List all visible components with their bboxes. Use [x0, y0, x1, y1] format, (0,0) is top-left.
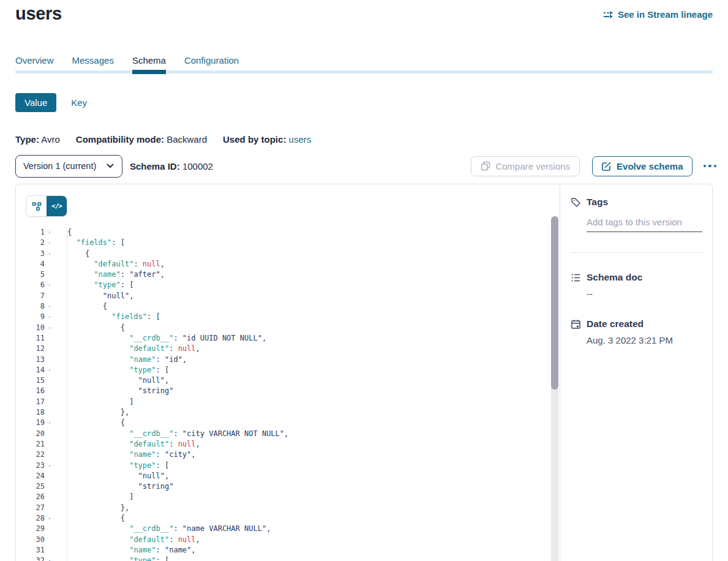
code-text: "default": null,: [54, 535, 546, 545]
line-number: 21: [16, 439, 45, 450]
line-number: 8: [16, 301, 45, 312]
schema-details-sidebar: Tags Add tags to this version Schema doc…: [560, 184, 712, 561]
fold-arrow-icon[interactable]: ▾: [45, 227, 54, 238]
schema-id-label: Schema ID:: [130, 161, 180, 171]
fold-arrow-icon[interactable]: ▾: [45, 312, 54, 322]
fold-spacer: [45, 355, 54, 365]
add-tags-input[interactable]: Add tags to this version: [587, 217, 702, 227]
line-number: 24: [16, 471, 45, 481]
code-text: "__crdb__": "name VARCHAR NULL",: [54, 524, 546, 534]
fold-spacer: [45, 439, 54, 450]
line-number: 20: [16, 429, 45, 439]
code-line: 4 "default": null,: [16, 259, 546, 269]
code-text: "null",: [54, 291, 546, 301]
code-scrollbar[interactable]: [551, 216, 558, 390]
code-text: "type": [: [54, 365, 546, 375]
fold-spacer: [45, 524, 54, 534]
code-line: 21 "default": null,: [16, 439, 546, 450]
code-text: "__crdb__": "id UUID NOT NULL",: [54, 333, 546, 344]
code-text: {: [54, 227, 546, 238]
tags-section-header: Tags: [571, 197, 702, 208]
code-line: 24 "null",: [16, 471, 546, 481]
code-line: 15 "null",: [16, 375, 546, 386]
code-text: "name": "id",: [54, 355, 546, 365]
fold-arrow-icon[interactable]: ▾: [45, 323, 54, 333]
code-text: "fields": [: [54, 312, 546, 322]
line-number: 31: [16, 545, 45, 555]
used-by-topic: Used by topic: users: [223, 134, 311, 145]
type-label: Type:: [15, 134, 39, 145]
line-number: 17: [16, 397, 45, 407]
see-in-stream-lineage-link[interactable]: See in Stream lineage: [603, 9, 713, 20]
code-view-icon: </>: [51, 202, 62, 210]
line-number: 10: [16, 323, 45, 333]
value-key-toggle: Value Key: [15, 93, 87, 112]
tree-hierarchy-icon: [32, 201, 42, 211]
code-line: 19▾ {: [16, 418, 546, 428]
code-line: 32▾ "type": [: [16, 555, 546, 561]
tab-configuration[interactable]: Configuration: [184, 55, 239, 72]
code-text: "type": [: [54, 555, 546, 561]
compatibility-label: Compatibility mode:: [76, 134, 164, 145]
code-text: "fields": [: [54, 238, 546, 248]
schema-doc-title: Schema doc: [587, 272, 642, 283]
tree-view-button[interactable]: [26, 196, 47, 216]
fold-spacer: [45, 492, 54, 502]
code-text: "name": "city",: [54, 450, 546, 460]
fold-arrow-icon[interactable]: ▾: [45, 238, 54, 248]
tab-track: [15, 70, 713, 73]
code-text: "__crdb__": "city VARCHAR NOT NULL",: [54, 429, 546, 439]
fold-arrow-icon[interactable]: ▾: [45, 555, 54, 561]
type-value: Avro: [41, 134, 60, 145]
line-number: 19: [16, 418, 45, 428]
code-line: 26 ]: [16, 492, 546, 502]
compatibility-mode: Compatibility mode: Backward: [76, 134, 207, 145]
code-line: 13 "name": "id",: [16, 355, 546, 365]
fold-arrow-icon[interactable]: ▾: [45, 249, 54, 259]
compare-versions-button[interactable]: Compare versions: [471, 156, 580, 176]
code-text: "string": [54, 386, 546, 396]
line-number: 6: [16, 280, 45, 290]
code-text: {: [54, 513, 546, 524]
active-tab-underline: [132, 70, 166, 74]
code-line: 3▾ {: [16, 249, 546, 259]
more-options-icon[interactable]: [702, 162, 718, 170]
line-number: 26: [16, 492, 45, 502]
code-line: 5 "name": "after",: [16, 269, 546, 280]
line-number: 30: [16, 535, 45, 545]
schema-doc-value: --: [587, 288, 702, 299]
fold-arrow-icon[interactable]: ▾: [45, 461, 54, 471]
value-toggle-button[interactable]: Value: [15, 93, 56, 112]
code-line: 11 "__crdb__": "id UUID NOT NULL",: [16, 333, 546, 344]
fold-spacer: [45, 429, 54, 439]
code-text: ]: [54, 492, 546, 502]
key-toggle-link[interactable]: Key: [71, 97, 87, 108]
code-text: "string": [54, 481, 546, 492]
version-bar: Version 1 (current) Schema ID: 100002 Co…: [15, 154, 718, 178]
fold-arrow-icon[interactable]: ▾: [45, 280, 54, 290]
fold-arrow-icon[interactable]: ▾: [45, 513, 54, 524]
fold-arrow-icon[interactable]: ▾: [45, 301, 54, 312]
code-text: {: [54, 249, 546, 259]
code-view-button[interactable]: </>: [47, 196, 67, 216]
tags-title: Tags: [587, 197, 608, 208]
schema-panel: </> 1▾{2▾ "fields": [3▾ {4 "default": nu…: [15, 184, 713, 561]
fold-spacer: [45, 333, 54, 344]
date-created-title: Date created: [587, 318, 644, 329]
fold-arrow-icon[interactable]: ▾: [45, 418, 54, 428]
schema-code: 1▾{2▾ "fields": [3▾ {4 "default": null,5…: [16, 227, 546, 561]
tab-overview[interactable]: Overview: [15, 55, 54, 72]
evolve-schema-button[interactable]: Evolve schema: [592, 156, 692, 176]
code-line: 8▾ {: [16, 301, 546, 312]
version-dropdown[interactable]: Version 1 (current): [15, 155, 122, 178]
tab-schema[interactable]: Schema: [132, 55, 166, 72]
line-number: 4: [16, 259, 45, 269]
code-line: 6▾ "type": [: [16, 280, 546, 290]
tab-messages[interactable]: Messages: [72, 55, 114, 72]
fold-spacer: [45, 481, 54, 492]
fold-arrow-icon[interactable]: ▾: [45, 365, 54, 375]
code-line: 29 "__crdb__": "name VARCHAR NULL",: [16, 524, 546, 534]
fold-spacer: [45, 545, 54, 555]
topic-link[interactable]: users: [289, 134, 312, 145]
code-text: "default": null,: [54, 344, 546, 354]
